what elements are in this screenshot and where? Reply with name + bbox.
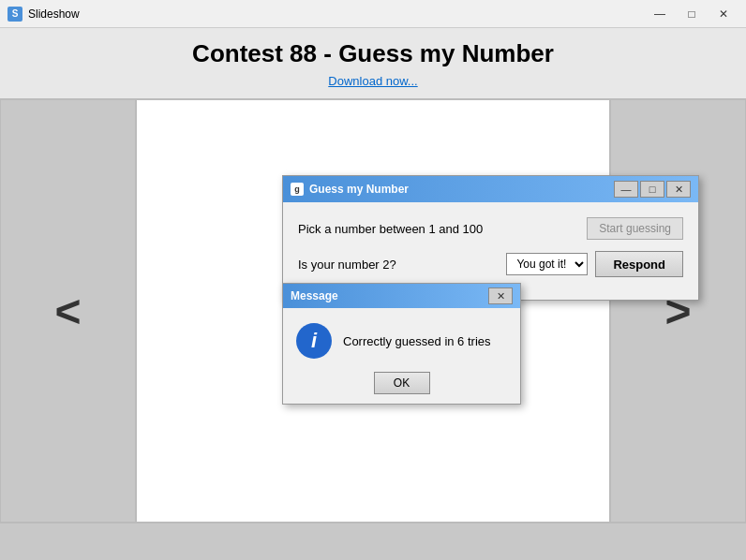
close-button[interactable]: ✕	[709, 4, 739, 24]
guess-label: Is your number 2?	[298, 258, 506, 272]
guess-dialog-title: Guess my Number	[309, 183, 614, 196]
guess-dialog-icon: g	[291, 183, 304, 196]
next-nav-panel[interactable]: >	[610, 99, 746, 523]
message-title-bar: Message ✕	[283, 284, 520, 308]
message-footer: OK	[296, 372, 507, 394]
guess-dialog: g Guess my Number — □ ✕ Pick a number be…	[282, 175, 699, 301]
response-dropdown-container: You got it!	[506, 253, 588, 275]
app-title-bar: S Slideshow — □ ✕	[0, 0, 746, 28]
message-close-button[interactable]: ✕	[488, 287, 513, 304]
maximize-button[interactable]: □	[677, 4, 707, 24]
guess-dialog-maximize[interactable]: □	[640, 181, 664, 198]
page-title: Contest 88 - Guess my Number	[0, 39, 746, 68]
response-dropdown[interactable]: You got it!	[506, 253, 588, 275]
message-body: i Correctly guessed in 6 tries OK	[283, 308, 520, 404]
window-controls: — □ ✕	[645, 4, 739, 24]
message-title: Message	[291, 289, 488, 302]
start-guessing-button[interactable]: Start guessing	[587, 217, 683, 240]
prev-nav-label: <	[54, 286, 81, 337]
app-icon: S	[7, 7, 22, 22]
main-area: Contest 88 - Guess my Number Download no…	[0, 28, 746, 560]
respond-button[interactable]: Respond	[595, 251, 683, 277]
minimize-button[interactable]: —	[645, 4, 675, 24]
guess-dialog-close[interactable]: ✕	[666, 181, 691, 198]
slide-content: g Guess my Number — □ ✕ Pick a number be…	[136, 99, 610, 523]
guess-row: Is your number 2? You got it! Respond	[298, 251, 683, 277]
prompt-label: Pick a number between 1 and 100	[298, 222, 587, 236]
guess-dialog-minimize[interactable]: —	[614, 181, 638, 198]
header: Contest 88 - Guess my Number Download no…	[0, 28, 746, 99]
ok-button[interactable]: OK	[374, 372, 430, 394]
download-link[interactable]: Download now...	[328, 74, 417, 88]
prev-nav-panel[interactable]: <	[0, 99, 136, 523]
prompt-row: Pick a number between 1 and 100 Start gu…	[298, 217, 683, 240]
app-title: Slideshow	[28, 7, 645, 21]
message-content: i Correctly guessed in 6 tries	[296, 323, 507, 359]
info-icon: i	[296, 323, 332, 359]
slide-area: < g Guess my Number — □ ✕ Pick a number …	[0, 99, 746, 523]
message-dialog: Message ✕ i Correctly guessed in 6 tries…	[282, 283, 521, 405]
guess-dialog-title-bar: g Guess my Number — □ ✕	[283, 176, 698, 202]
bottom-bar	[0, 523, 746, 560]
message-text: Correctly guessed in 6 tries	[343, 334, 491, 348]
guess-dialog-controls: — □ ✕	[614, 181, 691, 198]
